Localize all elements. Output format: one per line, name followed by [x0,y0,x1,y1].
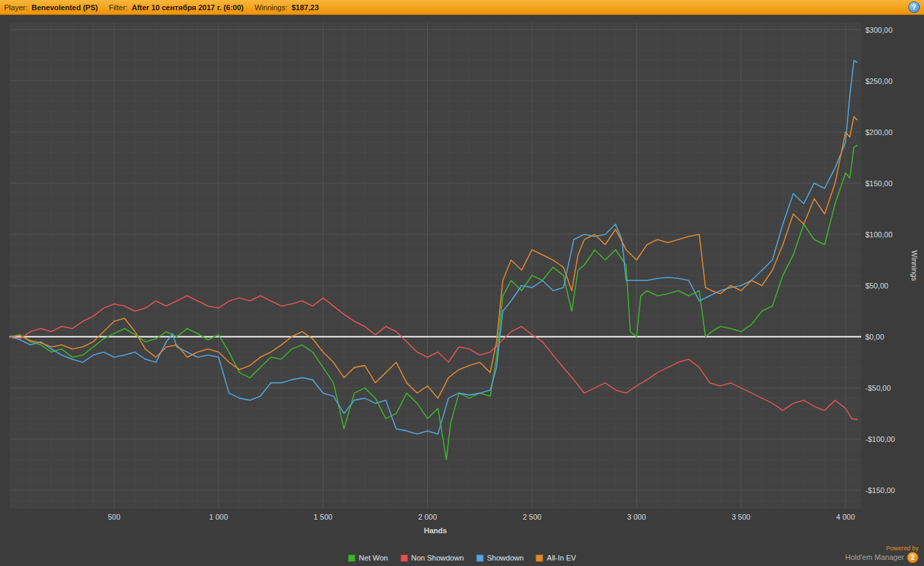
x-axis-title: Hands [424,526,447,535]
x-tick-label: 1 500 [314,513,333,521]
winnings-value: $187,23 [291,3,319,12]
legend-label-net-won: Net Won [359,554,388,562]
y-tick-label: $300,00 [865,26,893,34]
title-bar: Player: Benevolented (PS) Filter: After … [0,0,924,15]
y-tick-label: $50,00 [865,282,889,290]
legend-swatch-showdown [476,554,484,562]
y-tick-label: -$100,00 [865,435,895,443]
winnings-graph-panel: $300,00$250,00$200,00$150,00$100,00$50,0… [0,15,924,566]
legend-label-showdown: Showdown [487,554,524,562]
brand-name: Hold'em Manager [846,553,904,562]
chart-legend: Net WonNon ShowdownShowdownAll-In EV [348,554,576,562]
x-tick-label: 500 [108,513,120,521]
x-tick-label: 2 000 [418,513,437,521]
legend-item-showdown[interactable]: Showdown [476,554,524,562]
x-axis-tick-labels: 5001 0001 5002 0002 5003 0003 5004 000 [108,513,855,521]
y-tick-label: $200,00 [865,128,893,136]
powered-by-label: Powered by [846,545,919,552]
legend-label-all-in-ev: All-In EV [547,554,576,562]
y-tick-label: $0,00 [865,333,884,341]
legend-item-all-in-ev[interactable]: All-In EV [536,554,576,562]
legend-swatch-net-won [348,554,356,562]
legend-swatch-all-in-ev [536,554,543,562]
filter-value: After 10 сентября 2017 г. (6:00) [132,3,244,12]
y-tick-label: -$50,00 [865,384,891,392]
winnings-chart: $300,00$250,00$200,00$150,00$100,00$50,0… [0,15,924,566]
powered-by: Powered by Hold'em Manager 2 [846,545,919,563]
x-tick-label: 2 500 [523,513,542,521]
x-tick-label: 3 500 [732,513,751,521]
y-tick-label: $250,00 [865,77,893,85]
help-icon[interactable]: ? [908,1,920,13]
y-axis-title: Winnings [910,250,919,282]
plot-area [10,23,861,509]
legend-item-net-won[interactable]: Net Won [348,554,388,562]
filter-label: Filter: [109,3,128,12]
player-label: Player: [4,3,27,12]
y-tick-label: $150,00 [865,179,893,188]
winnings-label: Winnings: [255,3,287,12]
y-tick-label: -$150,00 [865,486,895,494]
y-axis-tick-labels: $300,00$250,00$200,00$150,00$100,00$50,0… [865,26,895,494]
legend-swatch-non-showdown [400,554,407,562]
x-tick-label: 4 000 [836,513,855,521]
legend-item-non-showdown[interactable]: Non Showdown [400,554,463,562]
brand-badge-icon: 2 [907,552,919,563]
hm2-graph-window: { "header": { "player_label": "Player:",… [0,0,924,566]
x-tick-label: 1 000 [209,513,228,521]
player-value: Benevolented (PS) [31,3,98,12]
y-tick-label: $100,00 [865,230,893,239]
legend-label-non-showdown: Non Showdown [411,554,463,562]
x-tick-label: 3 000 [627,513,646,521]
